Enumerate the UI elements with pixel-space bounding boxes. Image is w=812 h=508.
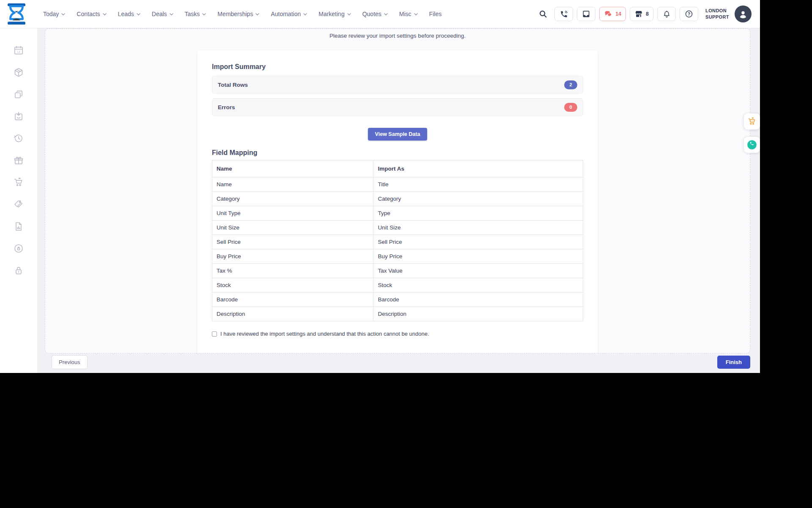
- chevron-down-icon: [384, 13, 388, 16]
- import-summary-title: Import Summary: [212, 63, 583, 71]
- nav-item[interactable]: Files: [429, 11, 442, 17]
- whatsapp-float-button[interactable]: [744, 137, 760, 153]
- table-header-row: Name Import As: [212, 160, 583, 177]
- nav-item-label: Today: [43, 11, 59, 17]
- sidebar-item-rewards[interactable]: [13, 155, 24, 166]
- sidebar-item-account-security[interactable]: [13, 243, 24, 254]
- mapping-source-cell: Category: [212, 192, 373, 206]
- mapping-source-cell: Unit Size: [212, 221, 373, 235]
- whatsapp-icon: [746, 139, 757, 150]
- inbox-button[interactable]: [577, 7, 595, 21]
- confirm-checkbox-label: I have reviewed the import settings and …: [220, 331, 429, 337]
- calendar-icon: 12: [13, 45, 24, 56]
- table-row: Sell Price Sell Price: [212, 235, 583, 249]
- nav-item[interactable]: Today: [43, 11, 65, 17]
- mapping-target-cell: Tax Value: [373, 264, 583, 278]
- storefront-icon: [634, 10, 643, 18]
- column-header-name: Name: [212, 160, 373, 177]
- sidebar-item-import[interactable]: [13, 111, 24, 122]
- table-row: Name Title: [212, 177, 583, 192]
- nav-item[interactable]: Automation: [271, 11, 307, 17]
- help-button[interactable]: ?: [680, 7, 698, 21]
- nav-item-label: Deals: [152, 11, 167, 17]
- nav-item-label: Files: [429, 11, 442, 17]
- user-avatar[interactable]: [735, 6, 752, 22]
- field-mapping-table: Name Import As Name Title: [212, 160, 583, 321]
- mapping-target-cell: Category: [373, 192, 583, 206]
- floating-action-stack: [744, 113, 760, 153]
- notifications-button[interactable]: [657, 7, 676, 21]
- mapping-target-cell: Stock: [373, 278, 583, 293]
- nav-item[interactable]: Deals: [152, 11, 173, 17]
- svg-text:?: ?: [688, 12, 690, 17]
- phone-icon: [560, 10, 568, 18]
- previous-button[interactable]: Previous: [52, 355, 88, 369]
- table-row: Unit Size Unit Size: [212, 221, 583, 235]
- mapping-source-cell: Sell Price: [212, 235, 373, 249]
- table-row: Description Description: [212, 307, 583, 321]
- finish-button[interactable]: Finish: [717, 356, 750, 369]
- sidebar-item-lock[interactable]: [13, 265, 24, 276]
- cart-orange-icon: [747, 117, 757, 126]
- cart-float-button[interactable]: [744, 113, 760, 130]
- inbox-icon: [582, 10, 590, 18]
- chevron-down-icon: [170, 13, 173, 16]
- report-icon: [13, 221, 24, 232]
- table-row: Unit Type Type: [212, 206, 583, 221]
- nav-item[interactable]: Contacts: [77, 11, 106, 17]
- phone-button[interactable]: [554, 7, 573, 21]
- main-nav: Today Contacts Leads: [43, 11, 442, 17]
- search-button[interactable]: [538, 9, 548, 19]
- person-icon: [738, 9, 748, 19]
- import-wizard-panel: Please review your import settings befor…: [45, 28, 750, 353]
- topbar-actions: 14 8 ?: [538, 6, 760, 22]
- summary-label-total: Total Rows: [218, 82, 248, 88]
- mapping-source-cell: Tax %: [212, 264, 373, 278]
- sidebar-item-products[interactable]: [13, 67, 24, 78]
- sidebar-item-duplicates[interactable]: [13, 89, 24, 100]
- mapping-source-cell: Barcode: [212, 293, 373, 307]
- chevron-down-icon: [202, 13, 206, 16]
- confirm-checkbox[interactable]: [212, 331, 217, 337]
- view-sample-data-button[interactable]: View Sample Data: [368, 128, 428, 141]
- chat-count: 14: [615, 11, 621, 17]
- chevron-down-icon: [255, 13, 259, 16]
- sidebar-item-history[interactable]: [13, 133, 24, 144]
- app-logo[interactable]: [7, 3, 26, 25]
- nav-item-label: Leads: [118, 11, 134, 17]
- mapping-target-cell: Buy Price: [373, 249, 583, 264]
- errors-badge: 0: [564, 103, 577, 112]
- sidebar-item-shop[interactable]: [13, 177, 24, 188]
- mapping-source-cell: Stock: [212, 278, 373, 293]
- store-button[interactable]: 8: [630, 7, 653, 21]
- nav-item[interactable]: Misc: [399, 11, 418, 17]
- calendar-import-icon: [13, 111, 24, 122]
- confirm-row: I have reviewed the import settings and …: [212, 331, 583, 337]
- summary-label-errors: Errors: [218, 104, 235, 110]
- field-mapping-title: Field Mapping: [212, 149, 583, 157]
- summary-row-errors: Errors 0: [212, 98, 583, 116]
- nav-item[interactable]: Tasks: [185, 11, 206, 17]
- chat-bubbles-icon: [604, 10, 612, 18]
- nav-item[interactable]: Memberships: [217, 11, 259, 17]
- nav-item-label: Tasks: [185, 11, 200, 17]
- chat-notifications-button[interactable]: 14: [599, 7, 626, 21]
- chevron-down-icon: [137, 13, 140, 16]
- nav-item[interactable]: Quotes: [362, 11, 388, 17]
- nav-item[interactable]: Leads: [118, 11, 140, 17]
- mapping-target-cell: Unit Size: [373, 221, 583, 235]
- sidebar-item-reports[interactable]: [13, 221, 24, 232]
- sidebar-item-calendar[interactable]: 12: [13, 45, 24, 56]
- mapping-target-cell: Sell Price: [373, 235, 583, 249]
- total-rows-badge: 2: [564, 80, 577, 89]
- nav-item[interactable]: Marketing: [318, 11, 351, 17]
- chevron-down-icon: [61, 13, 65, 16]
- nav-item-label: Misc: [399, 11, 411, 17]
- chevron-down-icon: [347, 13, 351, 16]
- sidebar-item-tags[interactable]: [13, 199, 24, 210]
- nav-item-label: Marketing: [318, 11, 344, 17]
- app-window: Today Contacts Leads: [0, 0, 760, 373]
- account-name[interactable]: LONDON SUPPORT: [705, 8, 729, 20]
- lock-icon: [13, 265, 24, 276]
- history-icon: [13, 133, 24, 144]
